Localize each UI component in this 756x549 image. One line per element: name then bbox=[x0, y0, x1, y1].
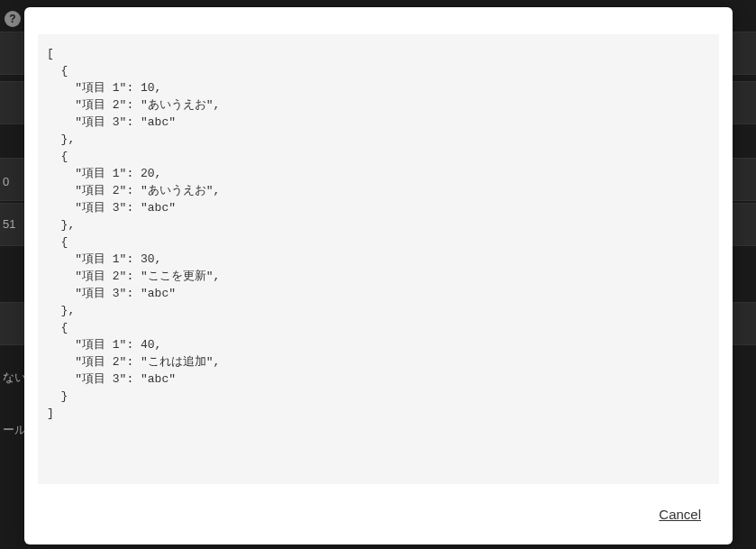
help-icon[interactable] bbox=[5, 11, 21, 27]
code-container: [ { "項目 1": 10, "項目 2": "あいうえお", "項目 3":… bbox=[38, 34, 719, 484]
background-text: ール bbox=[3, 422, 26, 438]
background-text: ない bbox=[3, 370, 26, 386]
modal-dialog: [ { "項目 1": 10, "項目 2": "あいうえお", "項目 3":… bbox=[24, 7, 733, 544]
code-content: [ { "項目 1": 10, "項目 2": "あいうえお", "項目 3":… bbox=[38, 34, 719, 433]
code-scroll-vertical[interactable]: [ { "項目 1": 10, "項目 2": "あいうえお", "項目 3":… bbox=[38, 34, 719, 469]
background-text: 51 bbox=[3, 217, 15, 231]
background-text: 0 bbox=[3, 175, 9, 188]
code-scroll-horizontal[interactable] bbox=[38, 469, 719, 484]
modal-footer: Cancel bbox=[24, 484, 733, 544]
cancel-button[interactable]: Cancel bbox=[659, 507, 701, 522]
modal-body: [ { "項目 1": 10, "項目 2": "あいうえお", "項目 3":… bbox=[24, 7, 733, 484]
